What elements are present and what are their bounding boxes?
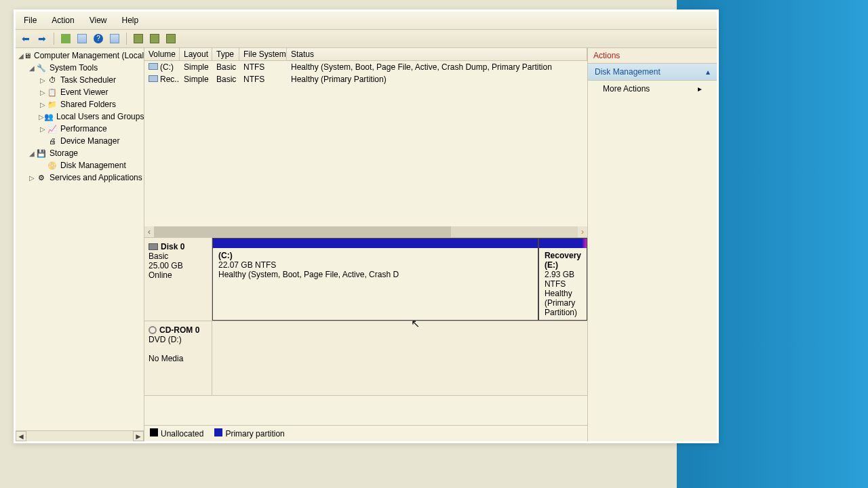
disk-type: Basic xyxy=(149,251,208,261)
partition-bar xyxy=(213,239,538,248)
scroll-left-icon[interactable]: ‹ xyxy=(144,227,154,237)
scroll-left-icon[interactable]: ◄ xyxy=(16,431,26,441)
legend: Unallocated Primary partition xyxy=(144,426,587,441)
toolbar-btn-5[interactable] xyxy=(149,33,161,45)
volume-table-body: (C:) Simple Basic NTFS Healthy (System, … xyxy=(144,61,587,237)
col-volume[interactable]: Volume xyxy=(144,48,180,60)
volume-table-header: Volume Layout Type File System Status xyxy=(144,48,587,61)
volume-icon xyxy=(149,75,158,82)
center-pane: Volume Layout Type File System Status (C… xyxy=(144,48,588,441)
collapse-icon: ▴ xyxy=(706,67,710,77)
separator xyxy=(54,33,54,45)
col-status[interactable]: Status xyxy=(287,48,587,60)
vol-status: Healthy (System, Boot, Page File, Active… xyxy=(287,62,587,73)
volume-row[interactable]: (C:) Simple Basic NTFS Healthy (System, … xyxy=(144,61,587,73)
swatch-primary xyxy=(214,428,222,436)
partition-status: Healthy (System, Boot, Page File, Active… xyxy=(218,270,532,279)
cd-icon xyxy=(149,326,157,334)
actions-section[interactable]: Disk Management ▴ xyxy=(588,64,717,81)
partition-info: 22.07 GB NTFS xyxy=(218,260,532,270)
col-filesystem[interactable]: File System xyxy=(239,48,287,60)
chevron-right-icon: ▸ xyxy=(698,84,702,94)
partition[interactable]: Recovery (E:) 2.93 GB NTFS Healthy (Prim… xyxy=(538,238,587,321)
tree-services[interactable]: ▷⚙Services and Applications xyxy=(16,171,144,184)
vol-fs: NTFS xyxy=(239,74,287,85)
back-icon[interactable]: ⬅ xyxy=(20,33,32,45)
volume-row[interactable]: Rec... Simple Basic NTFS Healthy (Primar… xyxy=(144,73,587,85)
scroll-thumb[interactable] xyxy=(154,226,451,237)
vol-type: Basic xyxy=(212,62,239,73)
disk-label[interactable]: Disk 0 Basic 25.00 GB Online xyxy=(144,238,212,321)
disk-row: Disk 0 Basic 25.00 GB Online (C:) 22.07 … xyxy=(144,238,587,321)
disk-state: Online xyxy=(149,270,208,280)
toolbar-btn-6[interactable] xyxy=(165,33,177,45)
toolbar-btn-3[interactable] xyxy=(108,33,121,45)
tree-storage[interactable]: ◢💾Storage xyxy=(16,147,144,159)
menu-action[interactable]: Action xyxy=(45,14,81,27)
disk-partitions: (C:) 22.07 GB NTFS Healthy (System, Boot… xyxy=(212,238,587,321)
vol-name: (C:) xyxy=(160,62,174,72)
volume-table: Volume Layout Type File System Status (C… xyxy=(144,48,587,238)
disk-type: DVD (D:) xyxy=(149,335,208,344)
tree-label: Event Viewer xyxy=(60,87,108,97)
partition[interactable]: (C:) 22.07 GB NTFS Healthy (System, Boot… xyxy=(212,238,538,321)
action-more[interactable]: More Actions ▸ xyxy=(588,81,717,97)
volume-icon xyxy=(149,63,158,70)
tree-label: Performance xyxy=(60,124,107,134)
menu-help[interactable]: Help xyxy=(115,14,146,27)
help-icon[interactable]: ? xyxy=(92,33,104,45)
tree-root[interactable]: ◢🖥Computer Management (Local xyxy=(16,49,144,62)
partition-status: Healthy (Primary Partition) xyxy=(545,289,581,317)
tree-label: Storage xyxy=(50,148,78,158)
disk-state: No Media xyxy=(149,354,208,363)
actions-section-label: Disk Management xyxy=(595,67,660,77)
tree-device-manager[interactable]: 🖨Device Manager xyxy=(16,135,144,147)
disk-size: 25.00 GB xyxy=(149,261,208,270)
disk-label[interactable]: CD-ROM 0 DVD (D:) No Media xyxy=(144,321,212,395)
tree-shared-folders[interactable]: ▷📁Shared Folders xyxy=(16,98,144,110)
vol-layout: Simple xyxy=(180,74,212,85)
tree-task-scheduler[interactable]: ▷⏱Task Scheduler xyxy=(16,74,144,86)
swatch-unallocated xyxy=(150,428,158,436)
disk-icon xyxy=(149,243,158,250)
forward-icon[interactable]: ➡ xyxy=(36,33,48,45)
computer-management-window: File Action View Help ⬅ ➡ ? ◢🖥Computer M… xyxy=(14,9,719,443)
scroll-track[interactable] xyxy=(154,226,578,237)
tree-label: Local Users and Groups xyxy=(56,112,144,121)
toolbar-btn-2[interactable] xyxy=(76,33,88,45)
tree-disk-management[interactable]: 📀Disk Management xyxy=(16,159,144,171)
toolbar: ⬅ ➡ ? xyxy=(16,30,717,48)
legend-primary: Primary partition xyxy=(214,428,284,439)
disk-row: CD-ROM 0 DVD (D:) No Media xyxy=(144,321,587,396)
partition-name: (C:) xyxy=(218,251,532,260)
tree-local-users[interactable]: ▷👥Local Users and Groups xyxy=(16,110,144,123)
scroll-right-icon[interactable]: ► xyxy=(133,431,144,441)
col-type[interactable]: Type xyxy=(212,48,239,60)
menu-file[interactable]: File xyxy=(17,14,43,27)
toolbar-btn-1[interactable] xyxy=(60,33,72,45)
tree-event-viewer[interactable]: ▷📋Event Viewer xyxy=(16,86,144,98)
tree-label: Services and Applications xyxy=(50,173,142,182)
actions-header: Actions xyxy=(588,48,717,64)
tree-performance[interactable]: ▷📈Performance xyxy=(16,123,144,135)
tree-system-tools[interactable]: ◢🔧System Tools xyxy=(16,62,144,74)
legend-unallocated: Unallocated xyxy=(150,428,203,439)
scroll-right-icon[interactable]: › xyxy=(578,227,587,237)
menu-bar: File Action View Help xyxy=(16,12,717,30)
col-layout[interactable]: Layout xyxy=(180,48,212,60)
navigation-tree: ◢🖥Computer Management (Local ◢🔧System To… xyxy=(16,48,144,441)
tree-label: System Tools xyxy=(50,63,98,73)
tree-scrollbar[interactable]: ◄ ► xyxy=(16,430,144,441)
main-panes: ◢🖥Computer Management (Local ◢🔧System To… xyxy=(16,48,717,441)
separator xyxy=(126,33,127,45)
disk-empty xyxy=(212,321,587,395)
toolbar-btn-4[interactable] xyxy=(132,33,144,45)
partition-info: 2.93 GB NTFS xyxy=(545,270,581,289)
vol-layout: Simple xyxy=(180,62,212,73)
volume-scrollbar[interactable]: ‹ › xyxy=(144,226,587,237)
disk-title: CD-ROM 0 xyxy=(159,325,199,335)
tree-label: Computer Management (Local xyxy=(34,51,144,60)
vol-name: Rec... xyxy=(160,75,180,84)
menu-view[interactable]: View xyxy=(83,14,114,27)
actions-pane: Actions Disk Management ▴ More Actions ▸ xyxy=(588,48,717,441)
